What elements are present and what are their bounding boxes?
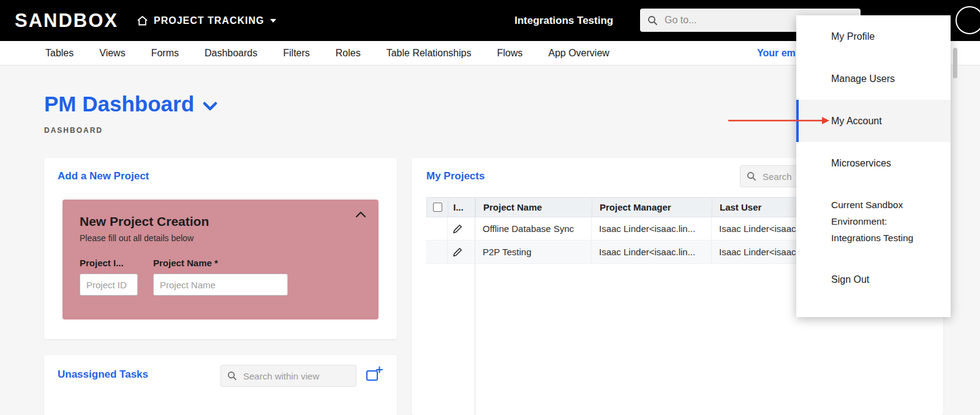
unassigned-search[interactable]: [221, 365, 356, 387]
nav-item-views[interactable]: Views: [99, 48, 125, 59]
nav-item-app-overview[interactable]: App Overview: [548, 48, 609, 59]
menu-item-sign-out[interactable]: Sign Out: [796, 258, 951, 301]
project-id-field: Project I...: [80, 258, 138, 296]
row-checkbox-cell: [426, 217, 447, 240]
cell-project-manager: Isaac Linder<isaac.lin...: [591, 241, 711, 263]
sandbox-logo: SANDBOX: [15, 10, 118, 32]
chevron-down-icon: [203, 98, 217, 111]
cell-project-name[interactable]: P2P Testing: [475, 241, 591, 263]
page-head: PM Dashboard DASHBOARD: [44, 92, 217, 135]
user-dropdown-menu: My Profile Manage Users My Account Micro…: [796, 15, 951, 317]
edit-pencil-icon[interactable]: [447, 217, 475, 240]
app-switcher[interactable]: PROJECT TRACKING: [137, 15, 277, 26]
unassigned-search-input[interactable]: [242, 370, 350, 382]
add-record-icon[interactable]: [365, 365, 383, 385]
scrollbar-thumb[interactable]: [953, 48, 957, 78]
chevron-down-icon: [270, 18, 277, 23]
header-checkbox-cell: [427, 198, 448, 217]
nav-item-filters[interactable]: Filters: [283, 48, 310, 59]
dashboard-title-dropdown[interactable]: PM Dashboard: [44, 92, 217, 116]
new-project-form-panel: New Project Creation Please fill out all…: [62, 200, 379, 320]
menu-item-microservices[interactable]: Microservices: [796, 142, 951, 184]
edit-pencil-icon[interactable]: [447, 241, 475, 263]
search-icon: [227, 371, 237, 381]
row-checkbox-cell: [426, 241, 447, 263]
unassigned-tasks-card: Unassigned Tasks: [44, 355, 397, 415]
column-header-project-manager[interactable]: Project Manager: [592, 198, 712, 217]
add-project-card: Add a New Project New Project Creation P…: [44, 158, 397, 339]
project-name-field: Project Name *: [153, 258, 288, 296]
home-icon: [137, 15, 148, 26]
form-fields: Project I... Project Name *: [80, 258, 361, 296]
environment-name: Integrations Testing: [514, 15, 613, 27]
menu-item-my-account[interactable]: My Account: [796, 100, 951, 142]
form-subtitle: Please fill out all details below: [80, 233, 361, 243]
avatar[interactable]: [956, 6, 980, 34]
select-all-checkbox[interactable]: [433, 203, 442, 212]
form-title: New Project Creation: [80, 214, 361, 229]
page-subtitle: DASHBOARD: [44, 126, 217, 135]
menu-item-manage-users[interactable]: Manage Users: [796, 58, 951, 100]
page-title: PM Dashboard: [44, 92, 194, 116]
menu-item-my-profile[interactable]: My Profile: [796, 15, 951, 58]
project-id-input[interactable]: [80, 274, 138, 296]
app-switcher-label: PROJECT TRACKING: [154, 15, 264, 26]
nav-item-dashboards[interactable]: Dashboards: [205, 48, 257, 59]
column-header-id[interactable]: I...: [448, 198, 475, 217]
nav-item-tables[interactable]: Tables: [45, 48, 74, 59]
nav-item-flows[interactable]: Flows: [497, 48, 522, 59]
nav-item-roles[interactable]: Roles: [336, 48, 361, 59]
cell-project-name[interactable]: Offline Database Sync: [475, 217, 591, 240]
nav-items: Tables Views Forms Dashboards Filters Ro…: [45, 48, 609, 59]
project-id-label: Project I...: [80, 258, 138, 268]
nav-item-forms[interactable]: Forms: [151, 48, 179, 59]
cell-project-manager: Isaac Linder<isaac.lin...: [591, 217, 711, 240]
menu-environment-text: Current Sandbox Environment: Integration…: [796, 184, 951, 246]
collapse-chevron-icon[interactable]: [355, 209, 366, 220]
nav-right-link[interactable]: Your em: [757, 48, 796, 59]
nav-item-table-relationships[interactable]: Table Relationships: [386, 48, 472, 59]
search-icon: [647, 15, 658, 26]
add-project-heading[interactable]: Add a New Project: [44, 158, 397, 182]
project-name-label: Project Name *: [153, 258, 288, 268]
search-icon: [747, 171, 756, 181]
project-name-input[interactable]: [153, 274, 288, 296]
column-header-project-name[interactable]: Project Name: [475, 198, 592, 217]
